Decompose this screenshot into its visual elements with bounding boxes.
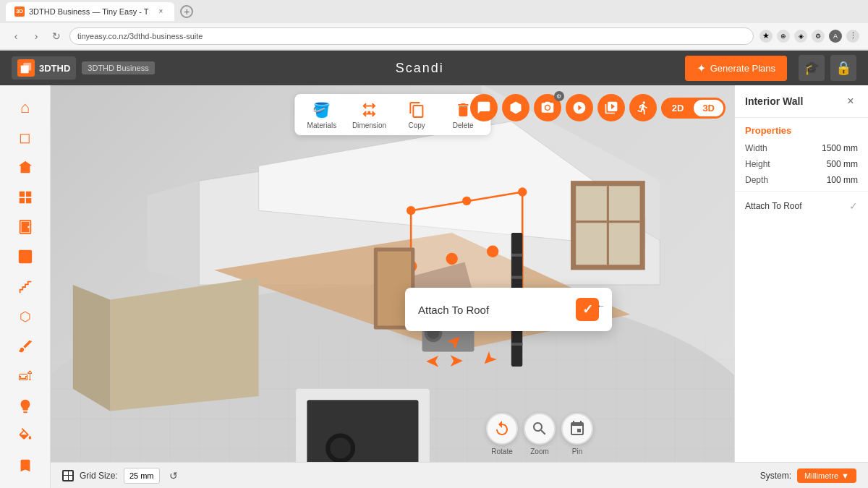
logo-text: 3DTHD	[39, 63, 70, 74]
svg-point-26	[487, 245, 498, 257]
header-title: Scandi	[166, 61, 673, 76]
svg-rect-5	[25, 198, 30, 203]
video-btn[interactable]	[597, 94, 625, 121]
walk-btn[interactable]	[629, 94, 657, 121]
ext-icon-1[interactable]: ⊕	[777, 30, 790, 43]
viewport[interactable]: ➤ ➤ ➤ ➤ 🪣 Materials	[51, 85, 734, 488]
camera-btn[interactable]: ⚙	[534, 94, 561, 121]
star-icon[interactable]: ★	[760, 30, 773, 43]
dropdown-arrow-icon: ▼	[841, 471, 849, 480]
grid-size-input[interactable]	[124, 468, 160, 484]
generate-plans-btn[interactable]: ✦ Generate Plans	[685, 56, 787, 81]
toolbar-dimension[interactable]: Dimension	[352, 100, 386, 129]
header-actions: 🎓 🔒	[799, 55, 856, 81]
sidebar-item-fill[interactable]	[8, 422, 43, 449]
copy-label: Copy	[408, 121, 425, 129]
sidebar-item-bookmark[interactable]	[8, 453, 43, 479]
grid-size-control: Grid Size: ↺	[62, 468, 182, 484]
reset-grid-btn[interactable]: ↺	[166, 468, 182, 484]
tab-close-btn[interactable]: ×	[156, 7, 166, 17]
svg-rect-3	[25, 191, 30, 196]
back-btn[interactable]: ‹	[9, 29, 23, 43]
bottom-bar: Grid Size: ↺ System: Millimetre ▼	[51, 462, 868, 488]
attach-roof-row: Attach To Roof ✓	[735, 194, 868, 218]
grid-icon	[62, 470, 74, 481]
width-label: Width	[745, 143, 767, 153]
system-dropdown[interactable]: Millimetre ▼	[797, 468, 856, 483]
svg-point-25	[446, 253, 457, 265]
new-tab-btn[interactable]: +	[180, 5, 193, 18]
tab-title: 3DTHD Business — Tiny Easy - T	[29, 7, 148, 16]
width-row: Width 1500 mm	[735, 140, 868, 156]
sidebar-item-light[interactable]	[8, 393, 43, 419]
svg-point-51	[330, 438, 351, 459]
sidebar-item-layers[interactable]: ⬡	[8, 303, 43, 330]
panel-header: Interior Wall ×	[735, 85, 868, 118]
copy-icon	[407, 100, 427, 120]
left-sidebar: ⌂ ◻ ⬡ 🛋	[0, 85, 51, 488]
pin-label: Pin	[572, 448, 582, 455]
sidebar-item-door[interactable]	[8, 213, 43, 240]
depth-value: 100 mm	[827, 175, 858, 185]
user-btn[interactable]: 🔒	[830, 55, 856, 81]
width-value: 1500 mm	[822, 143, 858, 153]
panel-divider	[735, 191, 868, 192]
forward-btn[interactable]: ›	[29, 29, 43, 43]
mode-2d[interactable]: 2D	[663, 100, 693, 116]
profile-icon[interactable]: A	[829, 30, 842, 43]
right-panel: Interior Wall × Properties Width 1500 mm…	[734, 85, 868, 488]
menu-icon[interactable]: ⋮	[846, 30, 859, 43]
toolbar-copy[interactable]: Copy	[401, 100, 433, 129]
rotate-widget: Rotate	[486, 413, 518, 455]
cube-view-btn[interactable]	[502, 94, 529, 121]
url-text: tinyeasy.co.nz/3dthd-business-suite	[77, 32, 203, 40]
mode-3d[interactable]: 3D	[694, 100, 723, 116]
logo-3dthd[interactable]: 3DTHD	[12, 56, 76, 80]
logo-cube-icon	[17, 59, 35, 77]
panel-close-btn[interactable]: ×	[843, 94, 858, 108]
sidebar-item-paint[interactable]	[8, 333, 43, 360]
properties-section-title: Properties	[735, 118, 868, 140]
app: 3DTHD 3DTHD Business Scandi ✦ Generate P…	[0, 51, 868, 488]
sidebar-item-home[interactable]: ⌂	[8, 94, 43, 121]
browser-controls: ‹ › ↻ tinyeasy.co.nz/3dthd-business-suit…	[0, 23, 868, 50]
toolbar-materials[interactable]: 🪣 Materials	[306, 100, 338, 129]
business-badge: 3DTHD Business	[82, 61, 154, 74]
mode-toggle[interactable]: 2D 3D	[661, 98, 726, 119]
svg-marker-15	[148, 181, 200, 285]
sidebar-item-furniture[interactable]: 🛋	[8, 363, 43, 390]
height-label: Height	[745, 159, 770, 169]
browser-tab[interactable]: 3D 3DTHD Business — Tiny Easy - T ×	[6, 2, 174, 21]
svg-point-23	[462, 197, 471, 205]
pin-btn[interactable]	[561, 413, 593, 445]
ext-icon-2[interactable]: ◈	[794, 30, 807, 43]
help-btn[interactable]: 🎓	[799, 55, 825, 81]
svg-text:➤: ➤	[425, 352, 441, 372]
ext-icon-3[interactable]: ⚙	[812, 30, 825, 43]
zoom-btn[interactable]	[524, 413, 556, 445]
system-info: System: Millimetre ▼	[760, 468, 856, 483]
sidebar-item-window[interactable]	[8, 244, 43, 270]
sidebar-item-stairs[interactable]	[8, 273, 43, 300]
height-value: 500 mm	[827, 159, 858, 169]
rotate-btn[interactable]	[486, 413, 518, 445]
app-header: 3DTHD 3DTHD Business Scandi ✦ Generate P…	[0, 51, 868, 85]
tab-favicon: 3D	[14, 7, 25, 17]
browser-title-bar: 3D 3DTHD Business — Tiny Easy - T × +	[0, 0, 868, 23]
panel-title: Interior Wall	[745, 95, 803, 107]
speech-btn[interactable]	[470, 94, 498, 121]
sidebar-item-roof[interactable]	[8, 154, 43, 181]
delete-label: Delete	[453, 121, 474, 129]
address-bar[interactable]: tinyeasy.co.nz/3dthd-business-suite	[69, 27, 754, 45]
reload-btn[interactable]: ↻	[49, 29, 64, 43]
system-label: System:	[760, 471, 791, 481]
settings-btn[interactable]	[566, 94, 593, 121]
sidebar-item-box[interactable]: ◻	[8, 124, 43, 150]
sidebar-item-wall[interactable]	[8, 184, 43, 210]
svg-point-21	[407, 206, 415, 215]
scene-svg: ➤ ➤ ➤ ➤	[51, 85, 734, 488]
pin-widget: Pin	[561, 413, 593, 455]
attach-roof-label: Attach To Roof	[745, 201, 802, 211]
attach-popup-checkbox[interactable]: ✓	[576, 298, 599, 321]
depth-label: Depth	[745, 175, 768, 185]
